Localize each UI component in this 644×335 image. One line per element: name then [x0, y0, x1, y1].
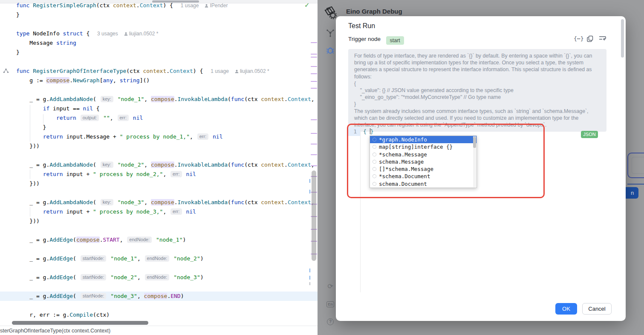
trigger-node-badge: start: [386, 36, 404, 45]
editor-horizontal-scroll-track: [0, 320, 318, 326]
dropdown-item-label: *graph.NodeInfo: [379, 136, 427, 143]
code-line: [0, 85, 318, 95]
indent-guide: [30, 105, 30, 142]
json-language-badge: JSON: [581, 131, 598, 138]
code-line: func RegisterSimpleGraph(ctx context.Con…: [0, 1, 318, 10]
dropdown-item-label: *schema.Message: [379, 151, 427, 158]
modal-scrollbar[interactable]: [621, 19, 624, 58]
dropdown-scroll-track: [473, 136, 476, 187]
type-option-icon: [373, 160, 376, 164]
dropdown-item[interactable]: *schema.Document: [370, 173, 477, 180]
indent-guide: [43, 114, 43, 124]
code-line: if input == nil {: [0, 104, 318, 113]
code-line: _ = g.AddEdge( startNode: "node_1", endN…: [0, 254, 318, 263]
dropdown-item[interactable]: map[string]interface {}: [370, 143, 477, 150]
code-line: [0, 188, 318, 198]
panel-input-fragment[interactable]: [627, 153, 644, 178]
code-line: func RegisterGraphOfInterfaceType(ctx co…: [0, 66, 318, 76]
code-line: _ = g.AddLambdaNode( key: "node_1", comp…: [0, 95, 318, 104]
code-line: }: [0, 123, 318, 132]
type-option-icon: [373, 153, 376, 156]
code-line: [0, 226, 318, 235]
breadcrumb[interactable]: sterGraphOfInterfaceType(ctx context.Con…: [0, 328, 110, 334]
code-editor[interactable]: func RegisterSimpleGraph(ctx context.Con…: [0, 0, 318, 335]
code-line: [0, 282, 318, 292]
help-icon[interactable]: ?: [323, 317, 338, 325]
gutter-graph-icon[interactable]: [3, 68, 9, 75]
code-line: Message string: [0, 38, 318, 48]
dropdown-item[interactable]: schema.Message: [370, 158, 477, 165]
modal-title: Test Run: [348, 22, 375, 30]
soft-wrap-icon[interactable]: [599, 35, 606, 43]
code-line: [0, 20, 318, 29]
code-line: [0, 301, 318, 310]
cancel-button[interactable]: Cancel: [582, 303, 612, 315]
code-line: }: [0, 10, 318, 20]
dropdown-item[interactable]: []*schema.Message: [370, 165, 477, 173]
code-lines: func RegisterSimpleGraph(ctx context.Con…: [0, 1, 318, 320]
line-number: 1: [348, 127, 360, 136]
dropdown-item-label: schema.Document: [379, 181, 427, 187]
indent-guide: [30, 170, 30, 179]
code-line: }: [0, 48, 318, 57]
code-line: _ = g.AddLambdaNode( key: "node_2", comp…: [0, 160, 318, 170]
dropdown-item[interactable]: schema.Document: [370, 180, 477, 188]
dropdown-scrollbar[interactable]: [473, 137, 476, 148]
test-run-modal: Test Run Trigger node start {⋯} For fiel…: [336, 16, 626, 321]
dropdown-item-label: []*schema.Message: [379, 166, 433, 172]
code-line: _ = g.AddEdge(compose.START, endNode: "n…: [0, 235, 318, 245]
inspection-ok-icon[interactable]: ✓: [304, 1, 310, 9]
code-line: })): [0, 179, 318, 188]
editor-vertical-scrollbar[interactable]: [312, 170, 316, 261]
code-line: return output: "", err: nil: [0, 113, 318, 123]
type-option-icon: [373, 174, 376, 178]
panel-divider-fragment: [627, 184, 644, 185]
code-line: return input + " process by node_3,", er…: [0, 207, 318, 217]
type-option-icon: [373, 182, 376, 186]
type-option-icon: [373, 138, 376, 142]
dropdown-item-label: *schema.Document: [379, 173, 430, 179]
json-code-line: { }: [363, 127, 373, 136]
type-option-icon: [373, 167, 376, 171]
screenshot-root: func RegisterSimpleGraph(ctx context.Con…: [0, 0, 644, 335]
code-line: _ = g.AddEdge( startNode: "node_2", endN…: [0, 273, 318, 282]
type-suggestion-dropdown: *graph.NodeInfomap[string]interface {}*s…: [370, 136, 477, 188]
code-line: [0, 57, 318, 66]
code-line: _ = g.AddEdge( startNode: "node_3", comp…: [0, 292, 318, 301]
code-line: type NodeInfo struct { 3 usagesliujian.0…: [0, 29, 318, 38]
panel-input-inner: [632, 157, 644, 174]
brace-open: {: [363, 128, 370, 135]
code-line: _ = g.AddLambdaNode( key: "node_3", comp…: [0, 198, 318, 207]
code-line: [0, 151, 318, 160]
code-line: return input.Message + " process by node…: [0, 132, 318, 142]
code-line: })): [0, 142, 318, 151]
format-json-icon[interactable]: {⋯}: [574, 35, 583, 42]
code-line: [0, 245, 318, 254]
interface-help-text: For fields of type interface, they are r…: [348, 49, 606, 132]
ok-button[interactable]: OK: [555, 303, 577, 315]
status-bar: sterGraphOfInterfaceType(ctx context.Con…: [0, 326, 318, 335]
type-option-icon: [373, 145, 376, 149]
code-line: })): [0, 217, 318, 226]
editor-horizontal-scrollbar[interactable]: [12, 321, 148, 325]
gutter-separator: [360, 125, 361, 292]
trigger-node-row: Trigger node start: [348, 35, 404, 44]
panel-title: Eino Graph Debug: [346, 8, 402, 15]
indent-guide: [30, 207, 30, 217]
trigger-node-label: Trigger node: [348, 36, 381, 42]
dropdown-item-label: map[string]interface {}: [379, 144, 453, 150]
code-line: [0, 263, 318, 273]
json-input-editor[interactable]: 1 { } JSON *graph.NodeInfomap[string]int…: [336, 125, 621, 293]
brace-close: }: [370, 128, 374, 135]
code-line: r, err := g.Compile(ctx): [0, 310, 318, 320]
dropdown-item[interactable]: *schema.Message: [370, 151, 477, 158]
copy-icon[interactable]: [587, 35, 593, 44]
code-line: return input + " process by node_2,", er…: [0, 170, 318, 179]
dropdown-item[interactable]: *graph.NodeInfo: [370, 136, 477, 143]
code-line: g := compose.NewGraph[any, string](): [0, 76, 318, 85]
dropdown-item-label: schema.Message: [379, 159, 424, 165]
